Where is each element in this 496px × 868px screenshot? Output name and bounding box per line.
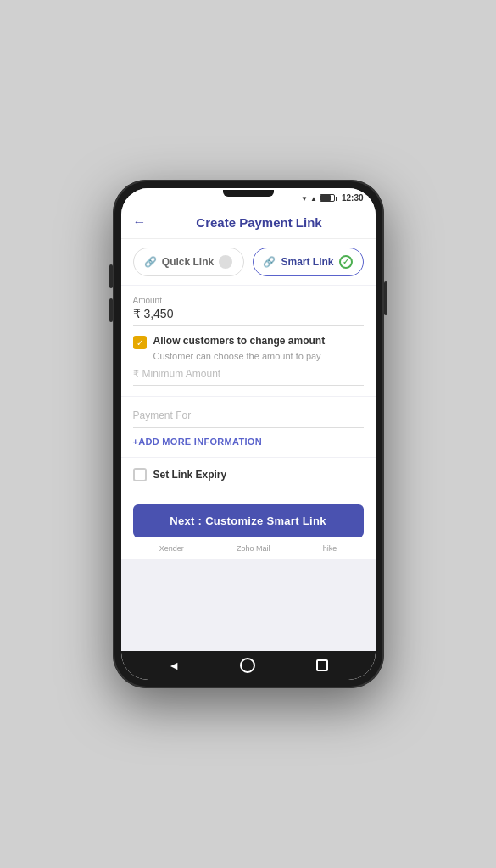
nav-home-button[interactable] bbox=[240, 658, 255, 673]
allow-change-sublabel: Customer can choose the amount to pay bbox=[153, 351, 364, 361]
smart-link-icon: 🔗 bbox=[263, 256, 276, 268]
allow-change-label: Allow customers to change amount bbox=[153, 335, 326, 347]
tab-smart-link[interactable]: 🔗 Smart Link ✓ bbox=[253, 248, 364, 276]
app-zohomail: Zoho Mail bbox=[237, 544, 270, 553]
battery-icon bbox=[320, 194, 335, 202]
expiry-section: Set Link Expiry bbox=[121, 458, 376, 492]
time-display: 12:30 bbox=[342, 193, 364, 203]
allow-change-row: ✓ Allow customers to change amount bbox=[133, 335, 364, 349]
signal-icon bbox=[310, 193, 317, 203]
nav-bar: ◄ bbox=[121, 651, 376, 680]
nav-home-icon bbox=[240, 658, 255, 673]
expiry-row: Set Link Expiry bbox=[133, 468, 364, 481]
quick-link-label: Quick Link bbox=[162, 256, 214, 268]
add-more-info-button[interactable]: +ADD MORE INFORMATION bbox=[133, 437, 364, 447]
minimum-amount-field[interactable]: ₹ Minimum Amount bbox=[133, 368, 364, 386]
expiry-label: Set Link Expiry bbox=[153, 469, 227, 481]
checkbox-check-icon: ✓ bbox=[137, 338, 143, 348]
amount-number: 3,450 bbox=[143, 307, 173, 320]
next-button[interactable]: Next : Customize Smart Link bbox=[133, 504, 364, 537]
amount-label: Amount bbox=[133, 296, 364, 305]
quick-link-icon: 🔗 bbox=[144, 256, 157, 268]
wifi-icon bbox=[301, 193, 308, 203]
smart-link-label: Smart Link bbox=[281, 256, 333, 268]
page-content: 🔗 Quick Link 🔗 Smart Link ✓ Amount ₹ 3,4… bbox=[121, 239, 376, 651]
tab-section: 🔗 Quick Link 🔗 Smart Link ✓ bbox=[121, 239, 376, 285]
amount-section: Amount ₹ 3,450 ✓ Allow customers to chan… bbox=[121, 286, 376, 396]
nav-back-icon: ◄ bbox=[168, 659, 180, 672]
smart-link-check: ✓ bbox=[339, 255, 353, 269]
nav-back-button[interactable]: ◄ bbox=[168, 659, 180, 672]
page-title: Create Payment Link bbox=[155, 215, 364, 230]
payment-section: Payment For +ADD MORE INFORMATION bbox=[121, 397, 376, 457]
min-currency-symbol: ₹ bbox=[133, 369, 139, 380]
page-header: ← Create Payment Link bbox=[121, 206, 376, 239]
nav-recent-button[interactable] bbox=[316, 659, 328, 671]
payment-for-label: Payment For bbox=[133, 409, 192, 421]
app-hike: hike bbox=[323, 544, 337, 553]
back-button[interactable]: ← bbox=[133, 214, 147, 230]
app-xender: Xender bbox=[159, 544, 184, 553]
app-row: Xender Zoho Mail hike bbox=[133, 537, 364, 554]
payment-for-field[interactable]: Payment For bbox=[133, 407, 364, 428]
min-amount-placeholder: Minimum Amount bbox=[142, 368, 221, 380]
allow-change-checkbox[interactable]: ✓ bbox=[133, 336, 147, 349]
nav-recent-icon bbox=[316, 659, 328, 671]
tab-quick-link[interactable]: 🔗 Quick Link bbox=[133, 248, 244, 276]
expiry-checkbox[interactable] bbox=[133, 468, 147, 481]
quick-link-dot bbox=[219, 255, 232, 269]
currency-symbol: ₹ bbox=[133, 307, 141, 320]
bottom-section: Next : Customize Smart Link Xender Zoho … bbox=[121, 492, 376, 559]
amount-value: ₹ 3,450 bbox=[133, 307, 364, 326]
